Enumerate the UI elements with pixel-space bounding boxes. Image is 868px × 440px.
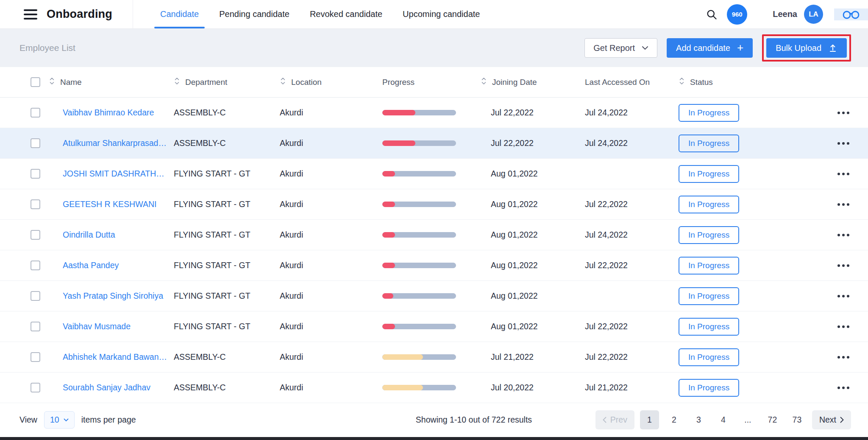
bottom-bar [0, 437, 868, 440]
row-menu-button[interactable] [836, 321, 851, 332]
candidate-name-link[interactable]: Vaibhav Musmade [63, 322, 174, 331]
department-cell: ASSEMBLY-C [174, 108, 280, 118]
tab-upcoming-candidate[interactable]: Upcoming candidate [392, 0, 490, 28]
column-label: Status [690, 78, 713, 87]
last-accessed-cell: Jul 24,2022 [585, 138, 679, 148]
status-badge: In Progress [679, 226, 739, 244]
items-per-page-select[interactable]: 10 [44, 411, 75, 429]
column-label: Location [291, 78, 322, 87]
page-button-4[interactable]: 4 [714, 410, 733, 429]
candidate-table: NameDepartmentLocationProgressJoining Da… [0, 67, 868, 403]
row-menu-button[interactable] [836, 199, 851, 210]
table-row: Yash Pratap Singh Sirohiya FLYING START … [0, 281, 868, 311]
page-button-73[interactable]: 73 [787, 410, 807, 429]
page-button-1[interactable]: 1 [640, 410, 659, 429]
row-menu-button[interactable] [836, 352, 851, 363]
row-checkbox[interactable] [31, 261, 40, 270]
notification-badge[interactable]: 960 [727, 4, 747, 25]
user-avatar[interactable]: LA [804, 5, 823, 24]
prev-page-button[interactable]: Prev [595, 410, 634, 429]
candidate-name-link[interactable]: Aastha Pandey [63, 261, 174, 270]
column-header-name[interactable]: Name [49, 76, 174, 88]
row-menu-button[interactable] [836, 230, 851, 241]
nav-divider [133, 0, 133, 28]
tab-bar: CandidatePending candidateRevoked candid… [150, 0, 490, 28]
progress-bar [382, 263, 456, 268]
page-button-3[interactable]: 3 [689, 410, 708, 429]
tab-label: Upcoming candidate [403, 9, 480, 19]
row-checkbox[interactable] [31, 383, 40, 392]
tab-pending-candidate[interactable]: Pending candidate [209, 0, 300, 28]
row-checkbox[interactable] [31, 230, 40, 240]
candidate-name-link[interactable]: Sourabh Sanjay Jadhav [63, 383, 174, 392]
hamburger-menu-icon[interactable] [24, 9, 37, 20]
row-checkbox[interactable] [31, 291, 40, 301]
table-row: Vaibhav Musmade FLYING START - GT Akurdi… [0, 311, 868, 342]
column-header-joining-date[interactable]: Joining Date [481, 76, 585, 88]
progress-bar [382, 202, 456, 207]
last-accessed-cell: Jul 22,2022 [585, 352, 679, 362]
candidate-name-link[interactable]: Oindrilla Dutta [63, 230, 174, 240]
department-cell: FLYING START - GT [174, 291, 280, 301]
status-badge: In Progress [679, 318, 739, 336]
candidate-name-link[interactable]: Vaibhav Bhimrao Kedare [63, 108, 174, 118]
joining-date-cell: Jul 21,2022 [481, 352, 585, 362]
progress-bar [382, 110, 456, 115]
progress-fill [382, 140, 415, 146]
row-menu-button[interactable] [836, 138, 851, 149]
location-cell: Akurdi [280, 291, 382, 301]
progress-bar [382, 232, 456, 238]
row-checkbox[interactable] [31, 138, 40, 148]
column-header-status[interactable]: Status [679, 76, 780, 88]
tab-revoked-candidate[interactable]: Revoked candidate [300, 0, 392, 28]
candidate-name-link[interactable]: GEETESH R KESHWANI [63, 199, 174, 209]
items-per-page-value: 10 [50, 415, 59, 425]
select-all-checkbox[interactable] [31, 77, 40, 87]
sort-icon [174, 76, 180, 88]
row-menu-button[interactable] [836, 168, 851, 179]
get-report-button[interactable]: Get Report [584, 38, 657, 58]
joining-date-cell: Aug 01,2022 [481, 261, 585, 270]
row-menu-button[interactable] [836, 107, 851, 118]
row-checkbox[interactable] [31, 169, 40, 179]
next-page-button[interactable]: Next [812, 410, 851, 429]
location-cell: Akurdi [280, 199, 382, 209]
chevron-left-icon [603, 417, 606, 423]
joining-date-cell: Jul 22,2022 [481, 138, 585, 148]
pagination-bar: View 10 items per page Showing 1-10 out … [0, 403, 868, 437]
add-candidate-button[interactable]: Add candidate + [667, 38, 753, 58]
department-cell: FLYING START - GT [174, 230, 280, 240]
table-row: Sourabh Sanjay Jadhav ASSEMBLY-C Akurdi … [0, 373, 868, 403]
page-button-72[interactable]: 72 [763, 410, 782, 429]
last-accessed-cell: Jul 22,2022 [585, 261, 679, 270]
candidate-name-link[interactable]: Atulkumar Shankarprasad M... [63, 138, 174, 148]
brand-logo-icon[interactable] [834, 8, 868, 20]
joining-date-cell: Jul 20,2022 [481, 383, 585, 392]
row-menu-button[interactable] [836, 291, 851, 302]
bulk-upload-button[interactable]: Bulk Upload [766, 38, 847, 58]
department-cell: ASSEMBLY-C [174, 138, 280, 148]
progress-fill [382, 263, 395, 268]
prev-label: Prev [610, 415, 627, 425]
last-accessed-cell: Jul 22,2022 [585, 199, 679, 209]
row-checkbox[interactable] [31, 108, 40, 118]
column-header-department[interactable]: Department [174, 76, 280, 88]
row-menu-button[interactable] [836, 382, 851, 393]
search-icon[interactable] [706, 8, 718, 20]
upload-icon [828, 43, 837, 53]
row-menu-button[interactable] [836, 260, 851, 271]
candidate-name-link[interactable]: Abhishek Markand Bawankar [63, 352, 174, 362]
joining-date-cell: Aug 01,2022 [481, 169, 585, 179]
progress-bar [382, 293, 456, 299]
column-header-location[interactable]: Location [280, 76, 382, 88]
progress-fill [382, 385, 423, 390]
tab-candidate[interactable]: Candidate [150, 0, 209, 28]
column-header-last-accessed-on: Last Accessed On [585, 78, 679, 87]
page-button-2[interactable]: 2 [665, 410, 684, 429]
department-cell: ASSEMBLY-C [174, 352, 280, 362]
row-checkbox[interactable] [31, 352, 40, 362]
candidate-name-link[interactable]: Yash Pratap Singh Sirohiya [63, 291, 174, 301]
row-checkbox[interactable] [31, 199, 40, 209]
candidate-name-link[interactable]: JOSHI SMIT DASHRATHKUMAR [63, 169, 174, 179]
row-checkbox[interactable] [31, 322, 40, 331]
